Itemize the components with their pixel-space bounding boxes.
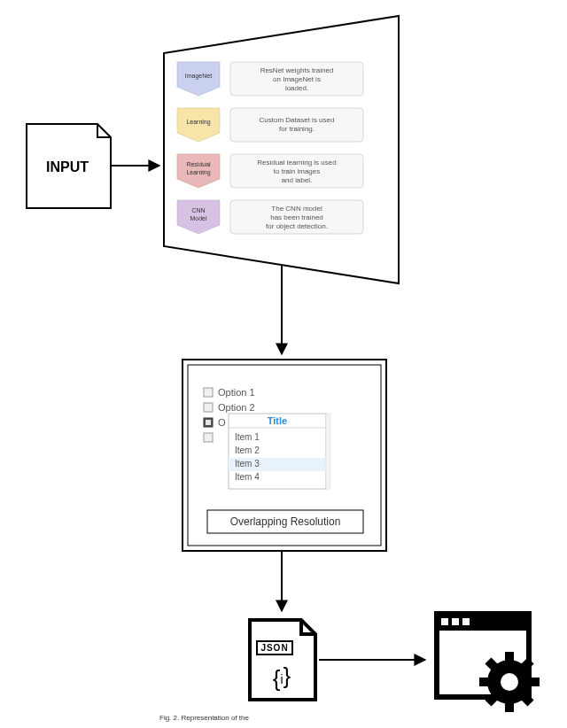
svg-text:Overlapping Resolution: Overlapping Resolution xyxy=(230,515,341,528)
svg-rect-50 xyxy=(505,652,514,662)
svg-text:Option 1: Option 1 xyxy=(218,387,255,398)
option-4[interactable] xyxy=(204,433,213,442)
svg-text:loaded.: loaded. xyxy=(285,84,308,92)
model-trapezoid: ImageNet ResNet weights trained on Image… xyxy=(164,16,399,283)
svg-rect-38 xyxy=(326,414,330,489)
svg-text:Model: Model xyxy=(190,215,207,221)
input-block: INPUT xyxy=(27,124,111,208)
option-2[interactable]: Option 2 xyxy=(204,402,255,413)
svg-rect-48 xyxy=(462,618,470,625)
svg-text:Learning: Learning xyxy=(186,119,210,126)
svg-text:The CNN model: The CNN model xyxy=(271,205,322,213)
gear-icon xyxy=(479,652,540,712)
dropdown-item-4[interactable]: Item 4 xyxy=(235,472,260,482)
svg-text:O: O xyxy=(218,417,226,428)
app-window-icon xyxy=(434,611,540,712)
svg-text:Residual learning is used: Residual learning is used xyxy=(257,159,336,167)
svg-text:on ImageNet is: on ImageNet is xyxy=(273,75,321,83)
svg-text:to train images: to train images xyxy=(274,167,320,175)
svg-text:Learning: Learning xyxy=(186,169,210,176)
svg-text:Item 4: Item 4 xyxy=(235,472,260,482)
stage-cnn: CNN Model The CNN model has been trained… xyxy=(177,200,363,234)
svg-text:ImageNet: ImageNet xyxy=(185,73,212,80)
dropdown-item-3[interactable]: Item 3 xyxy=(229,458,326,471)
input-label: INPUT xyxy=(46,159,89,174)
svg-rect-53 xyxy=(529,678,540,686)
svg-rect-28 xyxy=(206,420,211,425)
svg-text:Item 2: Item 2 xyxy=(235,445,260,455)
svg-text:Item 1: Item 1 xyxy=(235,432,260,442)
resolution-panel: Option 1 Option 2 O Title xyxy=(183,360,386,551)
diagram-canvas: INPUT ImageNet ResNet weights trained on… xyxy=(0,0,567,728)
svg-rect-51 xyxy=(505,701,514,712)
dropdown-item-1[interactable]: Item 1 xyxy=(235,432,260,442)
svg-text:has been trained: has been trained xyxy=(270,213,323,221)
svg-text:Residual: Residual xyxy=(186,161,211,167)
svg-text:Option 2: Option 2 xyxy=(218,402,255,413)
svg-point-58 xyxy=(501,673,518,691)
json-file-icon: JSON {i} xyxy=(250,620,315,700)
svg-text:and label.: and label. xyxy=(282,176,313,184)
svg-text:CNN: CNN xyxy=(191,207,205,213)
stage-imagenet: ImageNet ResNet weights trained on Image… xyxy=(177,62,363,96)
svg-rect-52 xyxy=(479,678,490,686)
svg-text:for object detection.: for object detection. xyxy=(266,222,328,230)
svg-rect-25 xyxy=(204,403,213,412)
stage-learning: Learning Custom Dataset is used for trai… xyxy=(177,108,363,142)
svg-rect-47 xyxy=(452,618,459,625)
dropdown-title: Title xyxy=(268,415,287,426)
svg-text:ResNet weights trained: ResNet weights trained xyxy=(260,66,334,74)
svg-text:JSON: JSON xyxy=(260,643,288,653)
svg-rect-23 xyxy=(204,388,213,397)
figure-caption: Fig. 2. Representation of the xyxy=(159,714,250,722)
dropdown-menu: Title Item 1 Item 2 Item 3 Item 4 xyxy=(229,414,330,489)
svg-rect-30 xyxy=(204,433,213,442)
svg-text:Custom Dataset is used: Custom Dataset is used xyxy=(260,116,335,124)
svg-text:for training.: for training. xyxy=(279,125,315,133)
svg-rect-46 xyxy=(441,618,448,625)
dropdown-item-2[interactable]: Item 2 xyxy=(235,445,260,455)
overlap-box: Overlapping Resolution xyxy=(207,510,363,533)
svg-text:Item 3: Item 3 xyxy=(235,459,260,469)
stage-residual: Residual Learning Residual learning is u… xyxy=(177,154,363,188)
option-1[interactable]: Option 1 xyxy=(204,387,255,398)
